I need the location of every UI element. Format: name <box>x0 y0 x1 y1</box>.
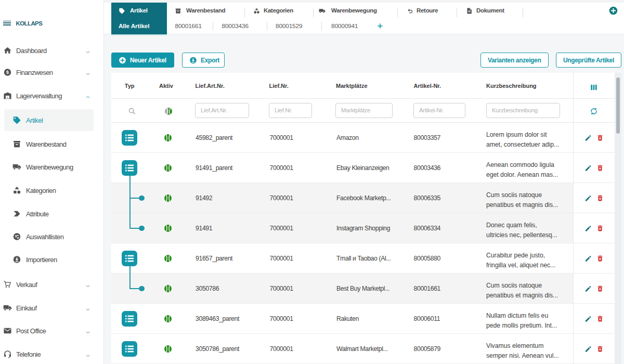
svg-text:$: $ <box>6 70 9 75</box>
